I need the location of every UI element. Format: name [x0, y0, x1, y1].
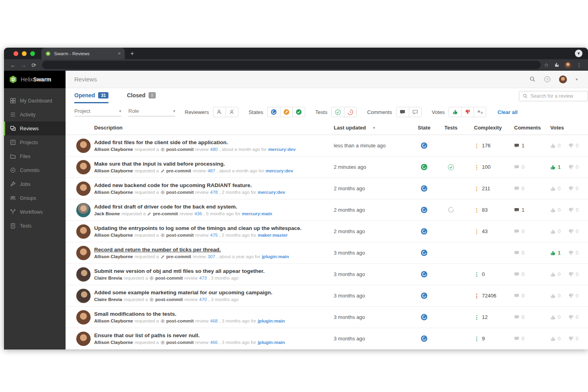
column-description[interactable]: Description — [74, 125, 334, 131]
sidebar-item-tests[interactable]: Tests — [4, 219, 66, 233]
state-approved-filter-button[interactable] — [292, 107, 305, 117]
sidebar-item-groups[interactable]: Groups — [4, 191, 66, 205]
column-complexity[interactable]: Complexity — [463, 125, 505, 131]
author-name[interactable]: Allison Clayborne — [94, 168, 133, 173]
comments-open-filter-button[interactable] — [397, 107, 409, 117]
branch-link[interactable]: maker:master — [258, 233, 288, 238]
thumbs-up-icon[interactable] — [550, 164, 556, 170]
review-title[interactable]: Added first files for the client side of… — [94, 139, 296, 145]
new-tab-button[interactable]: + — [130, 50, 134, 57]
branch-link[interactable]: jplugin:main — [262, 254, 289, 259]
table-row[interactable]: Record and return the number of ticks pe… — [66, 242, 588, 264]
review-title[interactable]: Added new backend code for the upcoming … — [94, 182, 285, 188]
column-votes[interactable]: Votes — [540, 125, 588, 131]
thumbs-up-icon[interactable] — [550, 229, 556, 234]
column-state[interactable]: State — [409, 125, 439, 131]
user-avatar[interactable] — [559, 75, 567, 83]
search-icon[interactable] — [530, 76, 536, 82]
sidebar-item-projects[interactable]: Projects — [4, 135, 66, 149]
branch-link[interactable]: jplugin:main — [258, 340, 285, 345]
sidebar-item-commits[interactable]: Commits — [4, 163, 66, 177]
tab-opened[interactable]: Opened 31 — [74, 92, 108, 103]
thumbs-down-icon[interactable] — [568, 336, 574, 342]
table-row[interactable]: Updating the entrypoints to log some of … — [66, 221, 588, 242]
sort-chevron-icon[interactable]: ▾ — [373, 126, 375, 130]
review-id-link[interactable]: 478 — [210, 190, 218, 195]
chevron-down-icon[interactable]: ▾ — [576, 77, 578, 81]
sidebar-item-my-dashboard[interactable]: My Dashboard — [4, 94, 66, 108]
minimize-window-button[interactable] — [22, 51, 27, 56]
review-id-link[interactable]: 307 — [207, 254, 215, 259]
votes-none-filter-button[interactable] — [474, 107, 486, 117]
state-needs-review-filter-button[interactable] — [268, 107, 280, 117]
thumbs-down-icon[interactable] — [568, 143, 574, 149]
review-id-link[interactable]: 475 — [210, 233, 218, 238]
author-name[interactable]: Allison Clayborne — [94, 190, 133, 195]
close-window-button[interactable] — [14, 51, 18, 56]
help-icon[interactable]: ? — [544, 76, 550, 82]
maximize-window-button[interactable] — [30, 51, 35, 56]
thumbs-up-icon[interactable] — [550, 315, 556, 320]
review-title[interactable]: Record and return the number of ticks pe… — [94, 247, 289, 253]
thumbs-down-icon[interactable] — [568, 186, 574, 191]
sidebar-item-files[interactable]: Files — [4, 149, 66, 163]
votes-down-filter-button[interactable] — [461, 107, 474, 117]
table-row[interactable]: Added new backend code for the upcoming … — [66, 178, 588, 199]
table-row[interactable]: Make sure that the input is valid before… — [66, 156, 588, 178]
tests-pass-filter-button[interactable] — [332, 107, 344, 117]
sidebar-item-workflows[interactable]: Workflows — [4, 205, 66, 219]
author-name[interactable]: Claire Brevia — [94, 297, 122, 302]
thumbs-down-icon[interactable] — [568, 250, 574, 256]
review-id-link[interactable]: 466 — [210, 340, 218, 345]
thumbs-down-icon[interactable] — [568, 272, 574, 277]
review-title[interactable]: Added some example marketing material fo… — [94, 290, 273, 295]
branch-link[interactable]: jplugin:main — [258, 319, 285, 323]
table-row[interactable]: Ensure that our list of paths is never n… — [66, 328, 588, 350]
table-row[interactable]: Added some example marketing material fo… — [66, 285, 588, 307]
review-search-input[interactable] — [530, 93, 582, 99]
review-title[interactable]: Ensure that our list of paths is never n… — [94, 332, 285, 338]
review-id-link[interactable]: 470 — [199, 297, 207, 302]
column-comments[interactable]: Comments — [505, 125, 540, 131]
review-title[interactable]: Added first draft of driver code for the… — [94, 204, 272, 210]
state-needs-revision-filter-button[interactable] — [280, 107, 292, 117]
author-name[interactable]: Claire Brevia — [94, 276, 122, 280]
author-name[interactable]: Allison Clayborne — [94, 147, 133, 152]
table-row[interactable]: Submit new version of obj and mtl files … — [66, 264, 588, 285]
author-name[interactable]: Allison Clayborne — [94, 233, 133, 238]
tab-closed[interactable]: Closed 8 — [127, 92, 156, 103]
table-row[interactable]: Added first draft of driver code for the… — [66, 199, 588, 221]
thumbs-down-icon[interactable] — [568, 315, 574, 320]
review-id-link[interactable]: 436 — [194, 211, 202, 216]
review-title[interactable]: Small modifications to the tests. — [94, 311, 285, 317]
project-filter-dropdown[interactable]: Project ▾ — [74, 108, 121, 116]
thumbs-up-icon[interactable] — [550, 272, 556, 277]
back-button[interactable]: ← — [8, 62, 18, 68]
bookmark-star-icon[interactable]: ☆ — [544, 62, 549, 68]
review-id-link[interactable]: 487 — [207, 168, 215, 173]
votes-up-filter-button[interactable] — [449, 107, 461, 117]
thumbs-down-icon[interactable] — [568, 229, 574, 234]
review-id-link[interactable]: 480 — [210, 147, 218, 152]
author-name[interactable]: Jack Boone — [94, 211, 120, 216]
branch-link[interactable]: mercury:dev — [258, 190, 285, 195]
clear-all-filters-link[interactable]: Clear all — [497, 109, 518, 115]
branch-link[interactable]: mercury:dev — [266, 168, 293, 173]
extensions-puzzle-icon[interactable] — [554, 62, 559, 68]
branch-link[interactable]: mercury:main — [242, 211, 272, 216]
thumbs-up-icon[interactable] — [550, 186, 556, 191]
tests-fail-filter-button[interactable] — [344, 107, 356, 117]
browser-tab[interactable]: Swarm - Reviews × — [41, 48, 125, 59]
thumbs-up-icon[interactable] — [550, 336, 556, 342]
comments-archived-filter-button[interactable] — [409, 107, 421, 117]
reviewer-required-filter-button[interactable]: * — [226, 107, 238, 117]
reload-button[interactable]: ⟳ — [29, 62, 39, 68]
table-row[interactable]: Added first files for the client side of… — [66, 135, 588, 156]
review-id-link[interactable]: 473 — [199, 276, 207, 280]
thumbs-up-icon[interactable] — [550, 143, 556, 149]
thumbs-up-icon[interactable] — [550, 293, 556, 299]
thumbs-up-icon[interactable] — [550, 207, 556, 213]
browser-menu-icon[interactable]: ⋮ — [576, 62, 582, 68]
author-name[interactable]: Allison Clayborne — [94, 254, 133, 259]
author-name[interactable]: Allison Clayborne — [94, 340, 133, 345]
